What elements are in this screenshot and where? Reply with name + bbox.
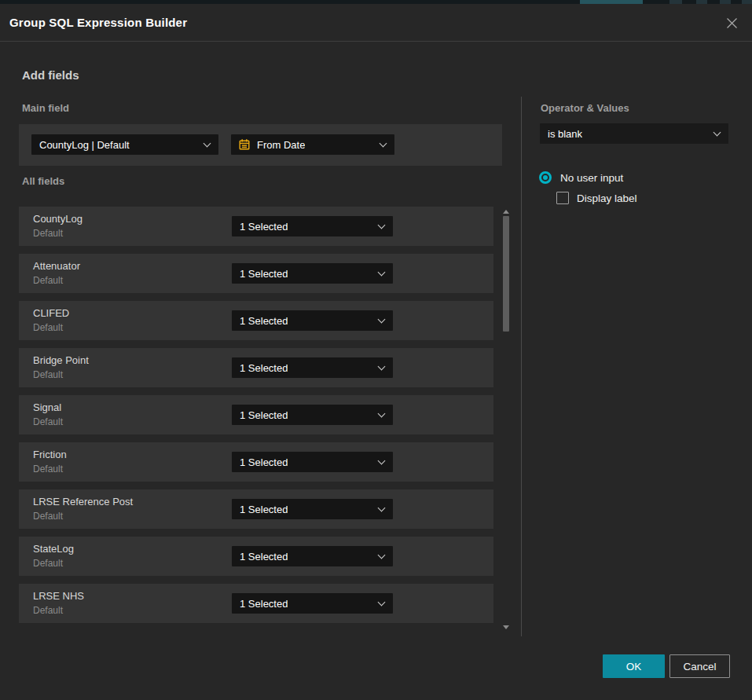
- chevron-down-icon: [378, 552, 386, 559]
- selection-count-label: 1 Selected: [232, 551, 288, 563]
- fields-scrollbar[interactable]: [503, 203, 509, 635]
- field-row: Signal Default 1 Selected: [19, 395, 493, 434]
- radio-label: No user input: [560, 172, 623, 184]
- field-selection-dropdown[interactable]: 1 Selected: [232, 310, 393, 331]
- field-row: Bridge Point Default 1 Selected: [19, 348, 493, 387]
- operator-values-label: Operator & Values: [541, 102, 629, 114]
- chevron-down-icon: [380, 140, 387, 148]
- no-user-input-radio[interactable]: No user input: [539, 171, 623, 184]
- field-selection-dropdown[interactable]: 1 Selected: [232, 357, 393, 378]
- field-selection-dropdown[interactable]: 1 Selected: [232, 499, 393, 519]
- radio-selected-icon: [539, 171, 552, 184]
- operator-dropdown[interactable]: is blank: [540, 123, 728, 144]
- checkbox-unchecked-icon: [556, 192, 569, 204]
- selection-count-label: 1 Selected: [232, 362, 288, 374]
- scrollbar-thumb[interactable]: [503, 216, 509, 332]
- field-default-label: Default: [33, 416, 63, 427]
- main-field-panel: CountyLog | Default From Date: [19, 124, 502, 166]
- field-default-label: Default: [33, 464, 63, 475]
- field-row: Attenuator Default 1 Selected: [19, 254, 493, 293]
- group-sql-expression-builder-dialog: Group SQL Expression Builder Add fields …: [0, 0, 752, 700]
- field-selection-dropdown[interactable]: 1 Selected: [232, 452, 393, 472]
- field-default-label: Default: [33, 558, 63, 569]
- main-field-source-value: CountyLog | Default: [31, 139, 130, 151]
- field-name-label: CountyLog: [33, 213, 83, 225]
- field-default-label: Default: [33, 605, 63, 616]
- all-fields-list: CountyLog Default 1 Selected Attenuator …: [19, 207, 493, 631]
- selection-count-label: 1 Selected: [232, 268, 288, 280]
- main-field-label: Main field: [22, 102, 69, 114]
- field-default-label: Default: [33, 322, 63, 333]
- ok-button[interactable]: OK: [603, 654, 665, 678]
- selection-count-label: 1 Selected: [232, 504, 288, 515]
- field-default-label: Default: [33, 511, 63, 522]
- main-field-date-value: From Date: [251, 139, 305, 151]
- main-field-source-dropdown[interactable]: CountyLog | Default: [31, 134, 218, 155]
- add-fields-heading: Add fields: [22, 68, 79, 82]
- main-field-date-dropdown[interactable]: From Date: [231, 134, 394, 155]
- selection-count-label: 1 Selected: [232, 456, 288, 468]
- selection-count-label: 1 Selected: [232, 598, 288, 610]
- field-selection-dropdown[interactable]: 1 Selected: [232, 593, 393, 614]
- field-selection-dropdown[interactable]: 1 Selected: [232, 546, 393, 566]
- dialog-title: Group SQL Expression Builder: [9, 16, 187, 29]
- close-icon: [726, 17, 738, 29]
- checkbox-label: Display label: [577, 192, 637, 204]
- field-selection-dropdown[interactable]: 1 Selected: [232, 263, 393, 284]
- chevron-down-icon: [713, 129, 721, 137]
- chevron-down-icon: [378, 269, 386, 277]
- scroll-up-arrow-icon[interactable]: [503, 210, 509, 214]
- field-row: LRSE Reference Post Default 1 Selected: [19, 489, 493, 529]
- scroll-down-arrow-icon[interactable]: [503, 625, 509, 629]
- field-selection-dropdown[interactable]: 1 Selected: [232, 405, 393, 425]
- chevron-down-icon: [378, 457, 386, 465]
- display-label-checkbox[interactable]: Display label: [556, 192, 637, 204]
- field-default-label: Default: [33, 369, 63, 380]
- chevron-down-icon: [378, 363, 386, 371]
- field-name-label: CLIFED: [33, 307, 69, 319]
- field-row: Friction Default 1 Selected: [19, 442, 493, 482]
- field-selection-dropdown[interactable]: 1 Selected: [232, 216, 393, 236]
- field-name-label: LRSE NHS: [33, 590, 84, 602]
- field-name-label: StateLog: [33, 543, 74, 555]
- field-row: CountyLog Default 1 Selected: [19, 207, 493, 246]
- field-name-label: LRSE Reference Post: [33, 496, 133, 508]
- all-fields-label: All fields: [22, 175, 64, 187]
- field-name-label: Bridge Point: [33, 354, 89, 366]
- selection-count-label: 1 Selected: [232, 221, 288, 233]
- vertical-divider: [521, 97, 522, 636]
- field-default-label: Default: [33, 275, 63, 286]
- operator-value: is blank: [540, 128, 582, 140]
- close-button[interactable]: [722, 13, 741, 32]
- dialog-header: Group SQL Expression Builder: [0, 4, 752, 42]
- calendar-icon: [238, 138, 251, 151]
- chevron-down-icon: [378, 410, 386, 418]
- field-name-label: Friction: [33, 449, 67, 460]
- field-name-label: Signal: [33, 401, 61, 413]
- field-name-label: Attenuator: [33, 260, 80, 272]
- cancel-button[interactable]: Cancel: [669, 654, 730, 678]
- chevron-down-icon: [378, 222, 386, 229]
- field-row: CLIFED Default 1 Selected: [19, 301, 493, 340]
- selection-count-label: 1 Selected: [232, 315, 288, 327]
- field-row: LRSE NHS Default 1 Selected: [19, 584, 493, 623]
- chevron-down-icon: [378, 599, 386, 607]
- chevron-down-icon: [204, 140, 211, 148]
- chevron-down-icon: [378, 316, 386, 324]
- field-row: StateLog Default 1 Selected: [19, 537, 493, 576]
- field-default-label: Default: [33, 228, 63, 239]
- selection-count-label: 1 Selected: [232, 409, 288, 421]
- chevron-down-icon: [378, 504, 386, 512]
